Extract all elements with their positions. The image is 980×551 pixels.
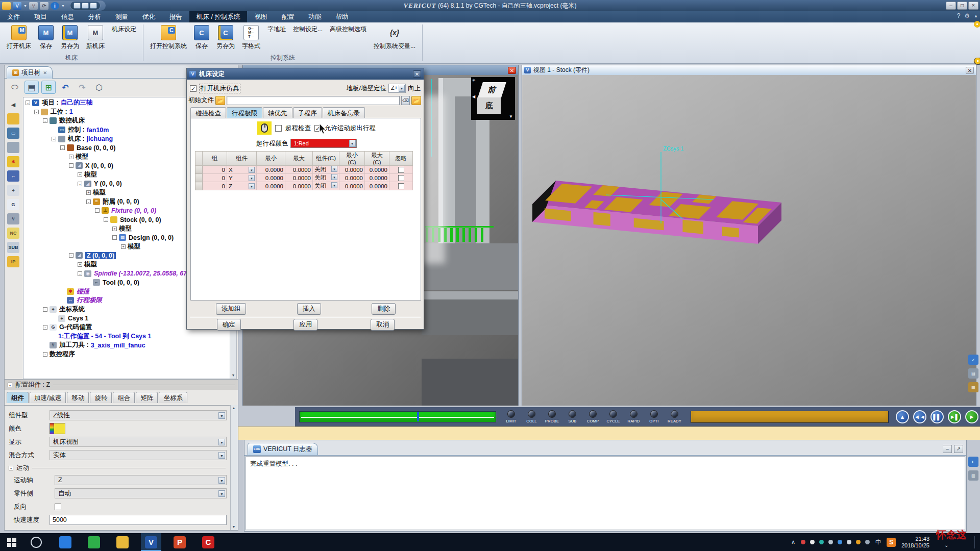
open-machine-sim-checkbox[interactable]: ✓ [190,85,197,92]
step-end-button[interactable]: ►▌ [948,410,961,423]
control-panel-icon[interactable]: ▭ [7,128,19,139]
help-icon[interactable]: ? [957,12,961,19]
tree-item[interactable]: -数控程序 [23,350,230,359]
tooling-icon[interactable]: ⑂ [7,213,19,224]
ribbon-button[interactable]: 保存 [35,23,57,53]
dialog-group-button[interactable]: 插入 [297,303,321,315]
floor-axis-combo[interactable]: Z+▼ [388,84,406,93]
dialog-titlebar[interactable]: V 机床设定 ✕ [187,68,424,80]
window-control-button[interactable]: – [946,2,956,10]
expand-node-icon[interactable]: + [112,227,117,231]
folder-app-icon[interactable] [112,533,133,551]
reset-icon[interactable]: ⟳ [40,2,48,10]
paste-icon[interactable]: ▥ [968,470,978,481]
chevron-down-icon[interactable]: ⌄ [944,542,948,548]
ribbon-button[interactable]: 高级控制选项 [326,23,370,53]
nc-program-icon[interactable]: NC [7,228,19,239]
scroll-down-icon[interactable]: ▼ [230,372,236,379]
motion-axis-combo[interactable]: Z▼ [55,475,227,485]
tray-chevron-icon[interactable]: ∧ [791,539,795,545]
expand-node-icon[interactable]: + [78,172,82,177]
value-cell[interactable] [195,182,203,190]
chevron-down-icon[interactable]: ▼ [249,167,255,173]
cortana-icon[interactable] [31,537,42,548]
table-header[interactable]: 忽略 [389,152,413,166]
chevron-down-icon[interactable]: ▼ [331,166,337,172]
blend-combo[interactable]: 实体▼ [50,450,227,460]
menu-item[interactable]: 项目 [27,11,54,22]
shield-check-icon[interactable]: ✓ [968,355,978,365]
config-scrollbar[interactable]: ▲ ▼ [230,405,238,530]
powerpoint-app-icon[interactable]: P [169,533,190,551]
tool-icon[interactable]: ⑂ [29,2,38,10]
config-tab[interactable]: 组合 [113,392,135,403]
config-tab[interactable]: 加速/减速 [30,392,66,403]
collapse-node-icon[interactable]: - [86,199,91,204]
browser-app-icon[interactable] [55,533,76,551]
ribbon-button[interactable]: 控制设定... [289,23,326,53]
rapid-rate-input[interactable]: 5000 [50,515,227,525]
machine-window-close-icon[interactable]: ✕ [508,67,516,74]
ignore-checkbox-cell[interactable] [389,182,413,190]
layout-split-icon[interactable] [82,3,89,9]
log-file-icon[interactable]: L [968,457,978,467]
chevron-down-icon[interactable]: ▼ [349,140,356,147]
ribbon-button[interactable]: 保存 [190,23,213,53]
dialog-close-icon[interactable]: ✕ [413,70,421,78]
c-app-icon[interactable]: C [198,533,218,551]
combo-cell[interactable]: X▼ [227,166,257,174]
expand-node-icon[interactable]: + [78,262,82,267]
collapse-node-icon[interactable]: - [60,145,65,150]
chevron-down-icon[interactable]: ▼ [218,490,225,497]
progress-bar[interactable] [299,411,496,422]
chevron-down-icon[interactable]: ▼ [249,175,255,181]
ribbon-button[interactable]: 另存为 [57,23,83,53]
tray-icon[interactable] [828,540,833,544]
table-header[interactable]: 最小 (C) [339,152,365,166]
window-control-button[interactable]: □ [957,2,967,10]
tab-logger[interactable]: LOG VERICUT 日志器 [248,443,318,455]
start-button[interactable] [0,533,23,551]
collapse-panel-icon[interactable]: - [8,383,12,387]
collapse-node-icon[interactable]: - [26,101,30,105]
config-tab[interactable]: 组件 [7,392,29,403]
menu-item[interactable]: 功能 [301,11,328,22]
open-file-icon[interactable] [7,113,19,124]
display-combo[interactable]: 机床视图▼ [50,437,227,447]
settings-gear-icon[interactable]: ⚙ [964,12,970,19]
menu-item[interactable]: 测量 [108,11,135,22]
rewind-button[interactable]: ◄◄ [913,410,926,423]
value-cell[interactable]: 0 [203,174,227,182]
cube-front-face[interactable]: 底 [477,97,501,114]
ribbon-button[interactable]: 另存为 [213,23,238,53]
value-cell[interactable]: 0.0000 [285,166,313,174]
menu-item[interactable]: 优化 [135,11,162,22]
ignore-checkbox[interactable] [398,167,404,173]
table-header[interactable]: 组件(C) [313,152,339,166]
ime-icon[interactable]: 中 [875,538,881,546]
chevron-down-icon[interactable]: ▼ [218,452,225,459]
value-cell[interactable]: 0.0000 [365,166,389,174]
chevron-down-icon[interactable]: ▼ [218,412,225,419]
config-tab[interactable]: 旋转 [90,392,112,403]
info-icon[interactable]: i [51,2,59,10]
chevron-down-icon[interactable]: ▼ [249,183,255,189]
menu-item[interactable]: 分析 [81,11,108,22]
mouse-pick-icon[interactable]: ⬭ [8,81,22,94]
value-cell[interactable]: 0.0000 [339,182,365,190]
initial-file-input[interactable] [227,96,400,105]
combo-cell[interactable]: Z▼ [227,182,257,190]
menu-item[interactable]: 配置 [274,11,301,22]
vericut-app-icon[interactable]: V [141,533,161,551]
chevron-down-icon[interactable]: ▼ [331,174,337,180]
tab-close-icon[interactable]: ✕ [43,70,47,76]
ribbon-button[interactable]: 字格式 [238,23,264,53]
expand-node-icon[interactable]: + [86,190,91,195]
sublime-tray-icon[interactable]: S [887,538,896,547]
save-dropdown-caret-icon[interactable]: ▼ [23,4,27,8]
component-type-combo[interactable]: Z线性▼ [50,410,227,420]
eject-button[interactable]: ▲ [896,410,909,423]
dialog-footer-button[interactable]: 应用 [293,319,317,331]
ip-files-icon[interactable]: IP [7,256,19,267]
value-cell[interactable]: 0.0000 [339,174,365,182]
